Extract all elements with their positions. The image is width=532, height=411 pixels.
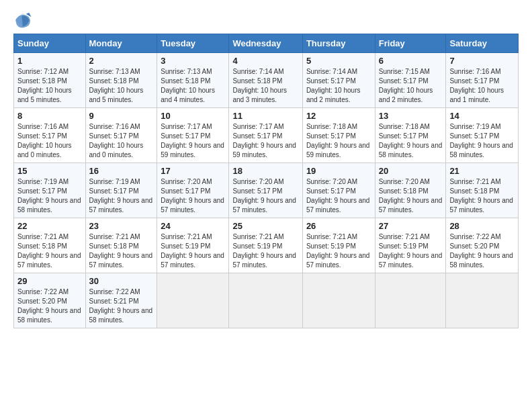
day-number: 6 <box>379 56 443 66</box>
calendar-day-cell: 24 Sunrise: 7:21 AM Sunset: 5:19 PM Dayl… <box>157 218 229 273</box>
calendar-day-cell: 9 Sunrise: 7:16 AM Sunset: 5:17 PM Dayli… <box>85 108 157 163</box>
calendar-day-cell: 7 Sunrise: 7:16 AM Sunset: 5:17 PM Dayli… <box>446 53 519 108</box>
day-info: Sunrise: 7:20 AM Sunset: 5:17 PM Dayligh… <box>161 177 225 215</box>
day-info: Sunrise: 7:21 AM Sunset: 5:18 PM Dayligh… <box>17 232 82 270</box>
day-number: 16 <box>89 166 154 176</box>
day-info: Sunrise: 7:12 AM Sunset: 5:18 PM Dayligh… <box>17 67 82 105</box>
calendar-day-cell: 1 Sunrise: 7:12 AM Sunset: 5:18 PM Dayli… <box>14 53 86 108</box>
calendar-day-header: Thursday <box>302 34 375 53</box>
day-info: Sunrise: 7:20 AM Sunset: 5:17 PM Dayligh… <box>306 177 371 215</box>
calendar-day-cell: 23 Sunrise: 7:21 AM Sunset: 5:18 PM Dayl… <box>85 218 157 273</box>
day-info: Sunrise: 7:19 AM Sunset: 5:17 PM Dayligh… <box>17 177 82 215</box>
calendar-day-cell: 18 Sunrise: 7:20 AM Sunset: 5:17 PM Dayl… <box>229 163 302 218</box>
day-info: Sunrise: 7:15 AM Sunset: 5:17 PM Dayligh… <box>379 67 443 105</box>
calendar-week-row: 1 Sunrise: 7:12 AM Sunset: 5:18 PM Dayli… <box>14 53 519 108</box>
calendar-day-cell: 5 Sunrise: 7:14 AM Sunset: 5:17 PM Dayli… <box>302 53 375 108</box>
calendar-page: SundayMondayTuesdayWednesdayThursdayFrid… <box>0 0 532 342</box>
day-info: Sunrise: 7:22 AM Sunset: 5:20 PM Dayligh… <box>449 232 515 270</box>
day-info: Sunrise: 7:18 AM Sunset: 5:17 PM Dayligh… <box>306 122 371 160</box>
day-number: 24 <box>161 221 225 231</box>
calendar-day-cell: 21 Sunrise: 7:21 AM Sunset: 5:18 PM Dayl… <box>446 163 519 218</box>
calendar-table: SundayMondayTuesdayWednesdayThursdayFrid… <box>13 34 519 328</box>
day-number: 20 <box>379 166 443 176</box>
day-info: Sunrise: 7:22 AM Sunset: 5:20 PM Dayligh… <box>17 287 82 325</box>
calendar-day-cell: 2 Sunrise: 7:13 AM Sunset: 5:18 PM Dayli… <box>85 53 157 108</box>
calendar-week-row: 15 Sunrise: 7:19 AM Sunset: 5:17 PM Dayl… <box>14 163 519 218</box>
calendar-empty-cell <box>375 273 446 328</box>
day-number: 28 <box>449 221 515 231</box>
day-number: 3 <box>161 56 225 66</box>
calendar-day-cell: 8 Sunrise: 7:16 AM Sunset: 5:17 PM Dayli… <box>14 108 86 163</box>
day-number: 9 <box>89 111 154 121</box>
day-number: 14 <box>449 111 515 121</box>
day-info: Sunrise: 7:21 AM Sunset: 5:18 PM Dayligh… <box>449 177 515 215</box>
calendar-day-cell: 3 Sunrise: 7:13 AM Sunset: 5:18 PM Dayli… <box>157 53 229 108</box>
day-info: Sunrise: 7:18 AM Sunset: 5:17 PM Dayligh… <box>379 122 443 160</box>
day-info: Sunrise: 7:21 AM Sunset: 5:19 PM Dayligh… <box>232 232 298 270</box>
calendar-day-cell: 28 Sunrise: 7:22 AM Sunset: 5:20 PM Dayl… <box>446 218 519 273</box>
calendar-day-header: Saturday <box>446 34 519 53</box>
day-info: Sunrise: 7:13 AM Sunset: 5:18 PM Dayligh… <box>161 67 225 105</box>
day-info: Sunrise: 7:19 AM Sunset: 5:17 PM Dayligh… <box>449 122 515 160</box>
day-number: 26 <box>306 221 371 231</box>
day-number: 2 <box>89 56 154 66</box>
day-number: 12 <box>306 111 371 121</box>
day-number: 4 <box>232 56 298 66</box>
day-info: Sunrise: 7:14 AM Sunset: 5:18 PM Dayligh… <box>232 67 298 105</box>
calendar-day-cell: 11 Sunrise: 7:17 AM Sunset: 5:17 PM Dayl… <box>229 108 302 163</box>
day-info: Sunrise: 7:21 AM Sunset: 5:18 PM Dayligh… <box>89 232 154 270</box>
calendar-day-cell: 26 Sunrise: 7:21 AM Sunset: 5:19 PM Dayl… <box>302 218 375 273</box>
day-info: Sunrise: 7:17 AM Sunset: 5:17 PM Dayligh… <box>161 122 225 160</box>
day-number: 1 <box>17 56 82 66</box>
calendar-empty-cell <box>302 273 375 328</box>
calendar-day-cell: 20 Sunrise: 7:20 AM Sunset: 5:18 PM Dayl… <box>375 163 446 218</box>
day-info: Sunrise: 7:21 AM Sunset: 5:19 PM Dayligh… <box>161 232 225 270</box>
day-number: 18 <box>232 166 298 176</box>
day-info: Sunrise: 7:19 AM Sunset: 5:17 PM Dayligh… <box>89 177 154 215</box>
day-number: 17 <box>161 166 225 176</box>
day-number: 22 <box>17 221 82 231</box>
calendar-day-cell: 12 Sunrise: 7:18 AM Sunset: 5:17 PM Dayl… <box>302 108 375 163</box>
day-info: Sunrise: 7:14 AM Sunset: 5:17 PM Dayligh… <box>306 67 371 105</box>
day-number: 13 <box>379 111 443 121</box>
calendar-day-cell: 15 Sunrise: 7:19 AM Sunset: 5:17 PM Dayl… <box>14 163 86 218</box>
calendar-day-cell: 27 Sunrise: 7:21 AM Sunset: 5:19 PM Dayl… <box>375 218 446 273</box>
day-number: 7 <box>449 56 515 66</box>
day-info: Sunrise: 7:20 AM Sunset: 5:17 PM Dayligh… <box>232 177 298 215</box>
calendar-empty-cell <box>446 273 519 328</box>
calendar-week-row: 29 Sunrise: 7:22 AM Sunset: 5:20 PM Dayl… <box>14 273 519 328</box>
calendar-day-header: Sunday <box>14 34 86 53</box>
day-info: Sunrise: 7:22 AM Sunset: 5:21 PM Dayligh… <box>89 287 154 325</box>
day-info: Sunrise: 7:16 AM Sunset: 5:17 PM Dayligh… <box>449 67 515 105</box>
day-info: Sunrise: 7:20 AM Sunset: 5:18 PM Dayligh… <box>379 177 443 215</box>
day-number: 5 <box>306 56 371 66</box>
calendar-day-cell: 6 Sunrise: 7:15 AM Sunset: 5:17 PM Dayli… <box>375 53 446 108</box>
calendar-day-cell: 14 Sunrise: 7:19 AM Sunset: 5:17 PM Dayl… <box>446 108 519 163</box>
calendar-day-cell: 16 Sunrise: 7:19 AM Sunset: 5:17 PM Dayl… <box>85 163 157 218</box>
day-number: 19 <box>306 166 371 176</box>
header <box>13 11 519 30</box>
calendar-day-cell: 30 Sunrise: 7:22 AM Sunset: 5:21 PM Dayl… <box>85 273 157 328</box>
calendar-day-cell: 13 Sunrise: 7:18 AM Sunset: 5:17 PM Dayl… <box>375 108 446 163</box>
logo <box>13 11 35 30</box>
day-info: Sunrise: 7:16 AM Sunset: 5:17 PM Dayligh… <box>17 122 82 160</box>
calendar-day-cell: 4 Sunrise: 7:14 AM Sunset: 5:18 PM Dayli… <box>229 53 302 108</box>
day-info: Sunrise: 7:21 AM Sunset: 5:19 PM Dayligh… <box>379 232 443 270</box>
day-number: 25 <box>232 221 298 231</box>
day-info: Sunrise: 7:16 AM Sunset: 5:17 PM Dayligh… <box>89 122 154 160</box>
day-number: 30 <box>89 276 154 286</box>
day-info: Sunrise: 7:13 AM Sunset: 5:18 PM Dayligh… <box>89 67 154 105</box>
calendar-day-header: Monday <box>85 34 157 53</box>
day-info: Sunrise: 7:21 AM Sunset: 5:19 PM Dayligh… <box>306 232 371 270</box>
calendar-empty-cell <box>157 273 229 328</box>
day-number: 8 <box>17 111 82 121</box>
day-number: 11 <box>232 111 298 121</box>
logo-icon <box>13 11 32 30</box>
calendar-day-cell: 17 Sunrise: 7:20 AM Sunset: 5:17 PM Dayl… <box>157 163 229 218</box>
day-number: 10 <box>161 111 225 121</box>
calendar-day-cell: 19 Sunrise: 7:20 AM Sunset: 5:17 PM Dayl… <box>302 163 375 218</box>
calendar-day-header: Friday <box>375 34 446 53</box>
day-info: Sunrise: 7:17 AM Sunset: 5:17 PM Dayligh… <box>232 122 298 160</box>
calendar-day-cell: 22 Sunrise: 7:21 AM Sunset: 5:18 PM Dayl… <box>14 218 86 273</box>
calendar-week-row: 8 Sunrise: 7:16 AM Sunset: 5:17 PM Dayli… <box>14 108 519 163</box>
